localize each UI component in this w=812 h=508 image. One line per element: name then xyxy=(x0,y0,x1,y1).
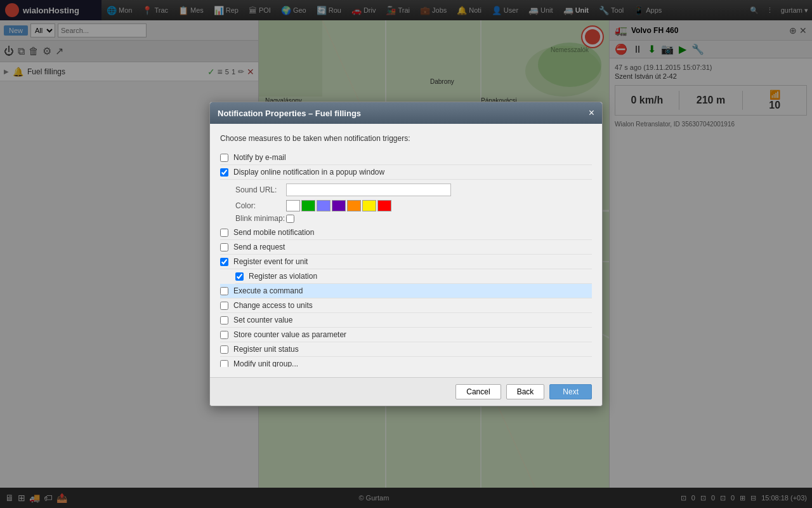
send-request-checkbox[interactable] xyxy=(220,243,228,251)
display-online-checkbox[interactable] xyxy=(220,168,228,177)
notify-email-label: Notify by e-mail xyxy=(233,153,286,162)
change-access-row: Change access to units xyxy=(220,298,592,313)
notify-email-checkbox[interactable] xyxy=(220,154,228,162)
sound-url-row: Sound URL: xyxy=(235,184,592,196)
sound-url-label: Sound URL: xyxy=(235,185,286,194)
register-violation-label: Register as violation xyxy=(249,272,317,281)
modal-overlay: Notification Properties – Fuel fillings … xyxy=(0,0,812,508)
store-counter-checkbox[interactable] xyxy=(220,331,228,339)
color-swatch-green[interactable] xyxy=(301,200,315,211)
display-online-label: Display online notification in a popup w… xyxy=(233,168,384,177)
execute-command-row: Execute a command xyxy=(220,284,592,298)
back-button[interactable]: Back xyxy=(506,384,545,399)
blink-minimap-row: Blink minimap: xyxy=(235,214,592,223)
modify-groups-label: Modify unit group... xyxy=(233,359,298,367)
register-status-label: Register unit status xyxy=(233,345,299,354)
display-online-row: Display online notification in a popup w… xyxy=(220,165,592,180)
execute-command-label: Execute a command xyxy=(233,286,303,295)
register-status-checkbox[interactable] xyxy=(220,345,228,354)
store-counter-row: Store counter value as parameter xyxy=(220,328,592,342)
register-violation-checkbox[interactable] xyxy=(235,272,244,281)
blink-label: Blink minimap: xyxy=(235,214,286,223)
blink-minimap-checkbox[interactable] xyxy=(286,215,294,223)
next-button[interactable]: Next xyxy=(549,384,592,399)
color-swatch-orange[interactable] xyxy=(347,200,361,211)
execute-command-checkbox[interactable] xyxy=(220,287,228,295)
send-request-row: Send a request xyxy=(220,240,592,255)
modal-header: Notification Properties – Fuel fillings … xyxy=(210,102,602,124)
modify-groups-row: Modify unit group... xyxy=(220,357,592,367)
register-event-row: Register event for unit xyxy=(220,255,592,269)
modal-description: Choose measures to be taken when notific… xyxy=(220,134,592,143)
send-mobile-label: Send mobile notification xyxy=(233,228,314,237)
set-counter-label: Set counter value xyxy=(233,316,292,324)
set-counter-checkbox[interactable] xyxy=(220,316,228,324)
modal-title: Notification Properties – Fuel fillings xyxy=(218,109,361,118)
color-swatch-blue[interactable] xyxy=(317,200,331,211)
color-swatch-purple[interactable] xyxy=(332,200,346,211)
notify-email-row: Notify by e-mail xyxy=(220,150,592,165)
register-violation-row: Register as violation xyxy=(235,269,592,284)
register-event-checkbox[interactable] xyxy=(220,258,228,266)
sound-url-input[interactable] xyxy=(286,184,451,196)
modal-close-button[interactable]: × xyxy=(589,107,594,119)
set-counter-row: Set counter value xyxy=(220,313,592,328)
modify-groups-checkbox[interactable] xyxy=(220,360,228,367)
color-swatch-red[interactable] xyxy=(377,200,391,211)
register-event-label: Register event for unit xyxy=(233,257,308,266)
send-mobile-checkbox[interactable] xyxy=(220,229,228,237)
color-row: Color: xyxy=(235,200,592,211)
color-swatch-yellow[interactable] xyxy=(362,200,376,211)
change-access-label: Change access to units xyxy=(233,301,313,310)
send-request-label: Send a request xyxy=(233,243,285,251)
notification-properties-modal: Notification Properties – Fuel fillings … xyxy=(209,102,603,406)
modal-footer: Cancel Back Next xyxy=(210,377,602,406)
cancel-button[interactable]: Cancel xyxy=(455,384,501,399)
modal-body: Choose measures to be taken when notific… xyxy=(210,124,602,377)
color-swatch-white[interactable] xyxy=(286,200,300,211)
change-access-checkbox[interactable] xyxy=(220,302,228,310)
send-mobile-row: Send mobile notification xyxy=(220,225,592,240)
color-label: Color: xyxy=(235,201,286,210)
register-status-row: Register unit status xyxy=(220,342,592,357)
store-counter-label: Store counter value as parameter xyxy=(233,330,346,339)
